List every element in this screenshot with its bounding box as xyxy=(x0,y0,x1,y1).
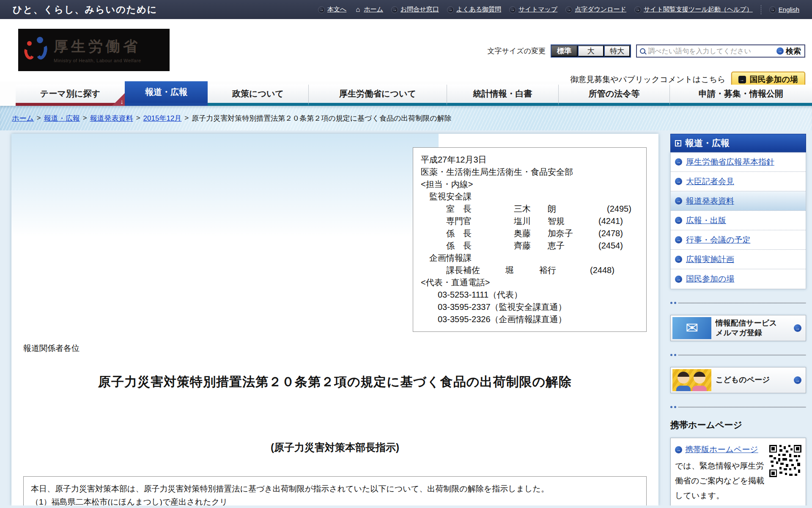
arrow-icon: → xyxy=(794,324,801,332)
search-icon xyxy=(640,48,645,54)
tab-about-mhlw[interactable]: 厚生労働省について xyxy=(308,85,447,106)
font-size-xlarge-button[interactable]: 特大 xyxy=(604,45,630,57)
arrow-icon: → xyxy=(565,6,572,13)
page-title: 原子力災害対策特別措置法第２０条第２項の規定に基づく食品の出荷制限の解除 xyxy=(23,373,647,391)
link-braille-download[interactable]: →点字ダウンロード xyxy=(565,6,626,14)
font-size-large-button[interactable]: 大 xyxy=(578,45,604,57)
top-utility-bar: ひと、くらし、みらいのために →本文へ ⌂ホーム →お問合せ窓口 →よくある御質… xyxy=(0,0,812,19)
arrow-icon: → xyxy=(769,6,776,13)
link-contact[interactable]: →お問合せ窓口 xyxy=(391,6,439,14)
tab-press-pr[interactable]: 報道・広報 xyxy=(125,81,208,106)
logo-subtitle: Ministry of Health, Labour and Welfare xyxy=(54,58,141,63)
tab-policies[interactable]: 政策について xyxy=(208,85,308,106)
arrow-icon: → xyxy=(391,6,398,13)
sidebar-item-pr-publishing[interactable]: →広報・出版 xyxy=(671,211,806,230)
sidebar-item-minister-press[interactable]: →大臣記者会見 xyxy=(671,172,806,191)
body-item-1: （1）福島県二本松市(にほんまつし)で産出されたクリ xyxy=(31,495,639,505)
tab-statistics[interactable]: 統計情報・白書 xyxy=(447,85,558,106)
divider xyxy=(761,5,761,14)
separator xyxy=(670,406,806,408)
link-home[interactable]: ⌂ホーム xyxy=(354,6,383,14)
sidebar-header: 報道・広報 xyxy=(670,134,806,152)
breadcrumb-press-pr[interactable]: 報道・広報 xyxy=(44,113,80,123)
release-body-box: 本日、原子力災害対策本部は、原子力災害対策特別措置法に基づき出荷制限が指示されて… xyxy=(23,476,647,505)
sidebar-item-pr-policy[interactable]: →厚生労働省広報基本指針 xyxy=(671,152,806,172)
mhlw-logo[interactable]: 厚生労働省 Ministry of Health, Labour and Wel… xyxy=(18,29,170,71)
arrow-icon: → xyxy=(675,158,682,166)
site-search-box: → 検索 xyxy=(636,44,805,58)
page-subtitle: (原子力災害対策本部長指示) xyxy=(23,441,647,454)
sidebar-item-events-schedule[interactable]: →行事・会議の予定 xyxy=(671,230,806,250)
arrow-icon: → xyxy=(675,276,682,283)
press-release-main: 平成27年12月3日 医薬・生活衛生局生活衛生・食品安全部 <担当・内線> 監視… xyxy=(11,134,658,505)
arrow-icon: → xyxy=(675,236,682,243)
home-icon: ⌂ xyxy=(354,6,361,13)
link-english[interactable]: →English xyxy=(769,6,799,13)
search-button[interactable]: → 検索 xyxy=(776,46,801,56)
phone-main: 03-5253-1111（代表） xyxy=(421,289,639,301)
breadcrumb-current-page: 原子力災害対策特別措置法第２０条第２項の規定に基づく食品の出荷制限の解除 xyxy=(192,113,451,123)
font-size-standard-button[interactable]: 標準 xyxy=(551,45,578,57)
link-faq[interactable]: →よくある御質問 xyxy=(447,6,501,14)
arrow-icon: → xyxy=(447,6,454,13)
tab-laws[interactable]: 所管の法令等 xyxy=(558,85,669,106)
qr-code xyxy=(769,445,801,477)
arrow-icon: → xyxy=(318,6,325,13)
public-comment-text: 御意見募集やパブリックコメントはこちら xyxy=(570,74,725,85)
separator xyxy=(670,302,806,304)
sidebar: 報道・広報 →厚生労働省広報基本指針 →大臣記者会見 →報道発表資料 →広報・出… xyxy=(670,134,806,505)
breadcrumb-home[interactable]: ホーム xyxy=(12,113,34,123)
press-contact-box: 平成27年12月3日 医薬・生活衛生局生活衛生・食品安全部 <担当・内線> 監視… xyxy=(413,147,647,332)
arrow-icon: → xyxy=(776,47,784,55)
arrow-icon: → xyxy=(675,197,682,204)
breadcrumb: ホーム > 報道・広報 > 報道発表資料 > 2015年12月 > 原子力災害対… xyxy=(0,106,812,130)
tab-applications[interactable]: 申請・募集・情報公開 xyxy=(669,85,812,106)
body-paragraph: 本日、原子力災害対策本部は、原子力災害対策特別措置法に基づき出荷制限が指示されて… xyxy=(31,482,639,495)
header-tools-row: 文字サイズの変更 標準 大 特大 → 検索 xyxy=(487,44,805,58)
arrow-icon: → xyxy=(738,76,746,83)
link-sitemap[interactable]: →サイトマップ xyxy=(509,6,557,14)
sidebar-item-participation[interactable]: →国民参加の場 xyxy=(671,269,806,289)
mobile-homepage-description: では、緊急情報や厚生労働省のご案内などを掲載しています。 xyxy=(675,458,766,503)
arrow-icon: → xyxy=(675,256,682,263)
sidebar-item-pr-plan[interactable]: →広報実施計画 xyxy=(671,250,806,269)
site-tagline: ひと、くらし、みらいのために xyxy=(13,3,157,16)
arrow-icon: → xyxy=(675,178,682,185)
breadcrumb-2015-12[interactable]: 2015年12月 xyxy=(143,113,182,123)
sidebar-item-press-releases[interactable]: →報道発表資料 xyxy=(671,191,806,211)
link-accessibility-tool[interactable]: →サイト閲覧支援ツール起動（ヘルプ） xyxy=(634,6,753,14)
salutation: 報道関係者各位 xyxy=(23,343,647,354)
phone-direct-2: 03-3595-2326（企画情報課直通） xyxy=(421,313,639,326)
arrow-icon: → xyxy=(509,6,516,13)
arrow-icon: → xyxy=(675,217,682,224)
arrow-icon: → xyxy=(634,6,641,13)
font-size-switcher: 標準 大 特大 xyxy=(551,44,631,58)
kids-icon xyxy=(672,369,711,391)
mobile-homepage-link[interactable]: 携帯版ホームページ xyxy=(685,444,758,455)
mobile-homepage-box: → 携帯版ホームページ では、緊急情報や厚生労働省のご案内などを掲載しています。 xyxy=(670,438,806,505)
chevron-down-icon: ↓ xyxy=(121,98,124,105)
section-arrow-icon xyxy=(675,140,681,146)
phone-direct-1: 03-3595-2337（監視安全課直通） xyxy=(421,301,639,313)
site-header: 厚生労働省 Ministry of Health, Labour and Wel… xyxy=(0,19,812,81)
content-area: 平成27年12月3日 医薬・生活衛生局生活衛生・食品安全部 <担当・内線> 監視… xyxy=(0,130,812,505)
breadcrumb-press-releases[interactable]: 報道発表資料 xyxy=(90,113,133,123)
global-nav: テーマ別に探す↓ 報道・広報 政策について 厚生労働省について 統計情報・白書 … xyxy=(0,81,812,106)
envelope-icon: ✉ xyxy=(672,317,711,339)
kids-page-banner[interactable]: こどものページ → xyxy=(670,367,806,393)
arrow-icon: → xyxy=(794,376,801,384)
mobile-homepage-heading: 携帯ホームページ xyxy=(670,419,806,431)
release-date: 平成27年12月3日 xyxy=(421,154,639,166)
mailmag-banner[interactable]: ✉ 情報配信サービス メルマガ登録 → xyxy=(670,315,806,341)
department: 医薬・生活衛生局生活衛生・食品安全部 xyxy=(421,166,639,178)
utility-links: →本文へ ⌂ホーム →お問合せ窓口 →よくある御質問 →サイトマップ →点字ダウ… xyxy=(318,5,799,14)
font-size-label: 文字サイズの変更 xyxy=(487,46,546,56)
search-input[interactable] xyxy=(648,47,774,55)
arrow-icon: → xyxy=(675,446,682,453)
logo-title: 厚生労働省 xyxy=(54,37,141,56)
mhlw-logo-mark-icon xyxy=(24,36,49,64)
tab-theme-search[interactable]: テーマ別に探す↓ xyxy=(16,85,125,106)
separator xyxy=(670,354,806,356)
sidebar-menu: →厚生労働省広報基本指針 →大臣記者会見 →報道発表資料 →広報・出版 →行事・… xyxy=(670,152,806,289)
link-to-content[interactable]: →本文へ xyxy=(318,6,346,14)
